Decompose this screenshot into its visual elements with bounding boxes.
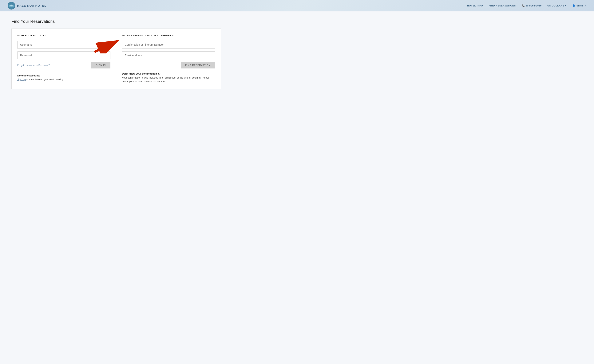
currency-label: US DOLLARS bbox=[547, 4, 564, 7]
nav-find-reservations[interactable]: FIND RESERVATIONS bbox=[489, 4, 516, 7]
nav-sign-in[interactable]: 👤 SIGN IN bbox=[572, 4, 586, 7]
confirmation-panel: WITH CONFIRMATION # OR ITINERARY # FIND … bbox=[116, 28, 221, 89]
sign-in-label: SIGN IN bbox=[576, 4, 586, 7]
dont-know-desc: Your confirmation # was included in an e… bbox=[122, 76, 215, 83]
no-account-text: to save time on your next booking. bbox=[27, 78, 64, 81]
panels-container: WITH YOUR ACCOUNT Forgot Username or Pas… bbox=[11, 28, 221, 89]
chevron-down-icon: ▾ bbox=[565, 4, 567, 7]
svg-point-3 bbox=[10, 5, 13, 6]
dont-know-section: Don't know your confirmation #? Your con… bbox=[122, 72, 215, 83]
logo-area: HALE KOA HOTEL bbox=[8, 2, 47, 9]
no-account-heading: No online account? bbox=[17, 74, 110, 77]
username-input[interactable] bbox=[17, 41, 110, 49]
password-input[interactable] bbox=[17, 51, 110, 59]
phone-icon: 📞 bbox=[522, 4, 525, 7]
main-content: Find Your Reservations WITH YOUR ACCOUNT… bbox=[0, 11, 594, 364]
email-address-input[interactable] bbox=[122, 51, 215, 59]
page-title: Find Your Reservations bbox=[11, 19, 583, 24]
user-icon: 👤 bbox=[572, 4, 575, 7]
signup-link[interactable]: Sign up bbox=[17, 78, 26, 81]
confirmation-panel-heading: WITH CONFIRMATION # OR ITINERARY # bbox=[122, 34, 215, 37]
main-nav: HOTEL INFO FIND RESERVATIONS 📞 808-955-0… bbox=[467, 4, 586, 7]
sign-in-button[interactable]: SIGN IN bbox=[91, 62, 110, 68]
account-panel-heading: WITH YOUR ACCOUNT bbox=[17, 34, 110, 37]
header: HALE KOA HOTEL HOTEL INFO FIND RESERVATI… bbox=[0, 0, 594, 11]
confirmation-number-input[interactable] bbox=[122, 41, 215, 49]
forgot-link[interactable]: Forgot Username or Password? bbox=[17, 64, 50, 66]
phone-number: 808-955-0555 bbox=[526, 4, 542, 7]
nav-hotel-info[interactable]: HOTEL INFO bbox=[467, 4, 483, 7]
find-reservation-button[interactable]: FIND RESERVATION bbox=[181, 62, 215, 68]
logo-text: HALE KOA HOTEL bbox=[17, 4, 47, 7]
no-account-section: No online account? Sign up to save time … bbox=[17, 74, 110, 81]
nav-currency-selector[interactable]: US DOLLARS ▾ bbox=[547, 4, 567, 7]
dont-know-heading: Don't know your confirmation #? bbox=[122, 72, 215, 75]
nav-phone: 📞 808-955-0555 bbox=[522, 4, 542, 7]
forgot-row: Forgot Username or Password? SIGN IN bbox=[17, 62, 110, 68]
account-panel: WITH YOUR ACCOUNT Forgot Username or Pas… bbox=[11, 28, 116, 89]
logo-icon bbox=[8, 2, 15, 9]
